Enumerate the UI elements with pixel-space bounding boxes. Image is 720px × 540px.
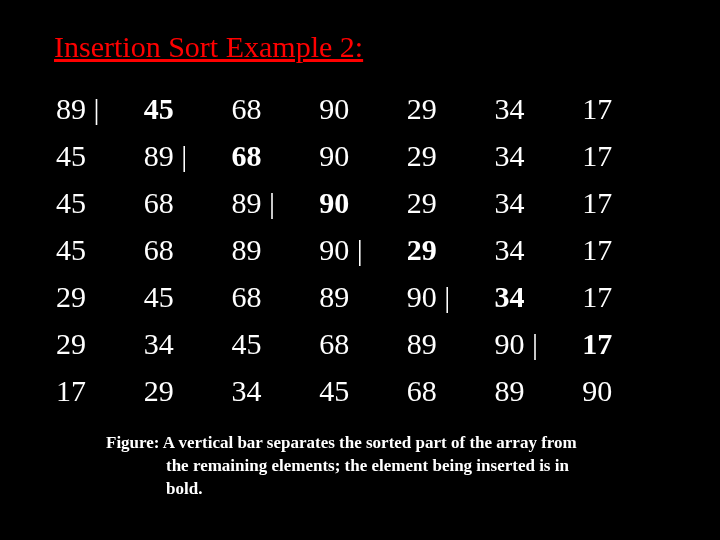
grid-cell: 34 xyxy=(495,277,583,316)
sort-grid: 89 |4568902934174589 |6890293417456889 |… xyxy=(50,89,670,410)
grid-cell: 89 xyxy=(495,371,583,410)
grid-cell: 17 xyxy=(582,89,670,128)
grid-cell: 68 xyxy=(231,89,319,128)
grid-cell: 68 xyxy=(144,183,232,222)
grid-cell: 29 xyxy=(407,136,495,175)
caption-line-3: bold. xyxy=(106,478,610,501)
grid-cell: 89 | xyxy=(231,183,319,222)
grid-cell: 34 xyxy=(495,136,583,175)
grid-cell: 34 xyxy=(495,230,583,269)
grid-cell: 17 xyxy=(56,371,144,410)
grid-cell: 17 xyxy=(582,230,670,269)
grid-cell: 89 xyxy=(407,324,495,363)
grid-cell: 17 xyxy=(582,324,670,363)
grid-cell: 17 xyxy=(582,277,670,316)
grid-cell: 45 xyxy=(144,277,232,316)
grid-cell: 34 xyxy=(495,183,583,222)
grid-cell: 29 xyxy=(56,277,144,316)
grid-cell: 89 | xyxy=(56,89,144,128)
grid-cell: 34 xyxy=(495,89,583,128)
grid-cell: 34 xyxy=(144,324,232,363)
grid-cell: 17 xyxy=(582,136,670,175)
grid-cell: 17 xyxy=(582,183,670,222)
grid-cell: 29 xyxy=(407,183,495,222)
grid-cell: 45 xyxy=(56,136,144,175)
caption-line-1: Figure: A vertical bar separates the sor… xyxy=(106,433,577,452)
grid-cell: 90 | xyxy=(495,324,583,363)
grid-cell: 68 xyxy=(231,136,319,175)
grid-cell: 29 xyxy=(407,89,495,128)
figure-caption: Figure: A vertical bar separates the sor… xyxy=(50,432,670,501)
grid-cell: 68 xyxy=(319,324,407,363)
grid-cell: 90 | xyxy=(407,277,495,316)
grid-cell: 89 xyxy=(231,230,319,269)
grid-cell: 90 xyxy=(319,183,407,222)
grid-cell: 90 xyxy=(319,136,407,175)
grid-cell: 29 xyxy=(56,324,144,363)
grid-cell: 90 xyxy=(319,89,407,128)
grid-cell: 34 xyxy=(231,371,319,410)
grid-cell: 29 xyxy=(407,230,495,269)
grid-cell: 90 xyxy=(582,371,670,410)
grid-cell: 90 | xyxy=(319,230,407,269)
grid-cell: 89 | xyxy=(144,136,232,175)
grid-cell: 29 xyxy=(144,371,232,410)
grid-cell: 45 xyxy=(56,230,144,269)
grid-cell: 68 xyxy=(144,230,232,269)
grid-cell: 45 xyxy=(231,324,319,363)
slide-title: Insertion Sort Example 2: xyxy=(54,30,670,64)
grid-cell: 45 xyxy=(56,183,144,222)
grid-cell: 89 xyxy=(319,277,407,316)
caption-line-2: the remaining elements; the element bein… xyxy=(106,455,610,478)
slide: Insertion Sort Example 2: 89 |4568902934… xyxy=(0,0,720,540)
grid-cell: 68 xyxy=(231,277,319,316)
grid-cell: 68 xyxy=(407,371,495,410)
grid-cell: 45 xyxy=(144,89,232,128)
grid-cell: 45 xyxy=(319,371,407,410)
